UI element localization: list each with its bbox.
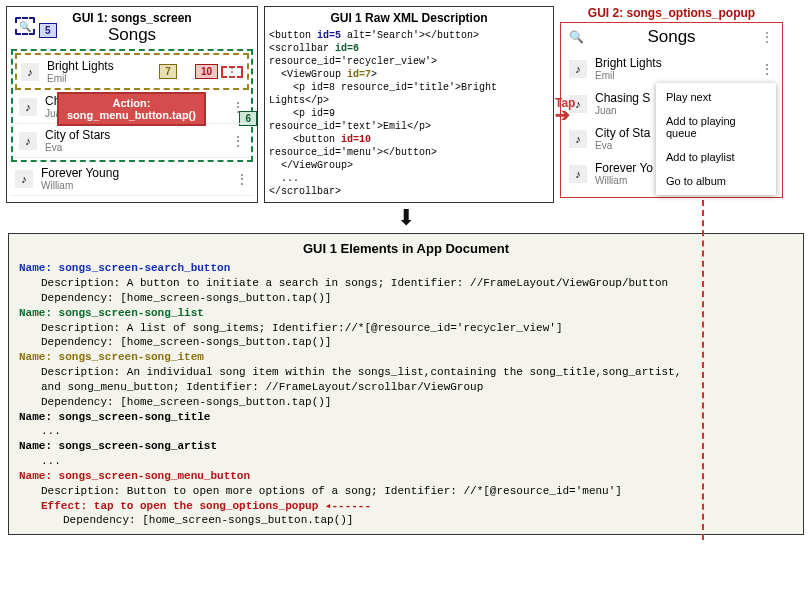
search-icon[interactable]: 🔍	[569, 30, 584, 44]
element-dep: Dependency: [home_screen-songs_button.ta…	[19, 395, 793, 410]
tap-arrow: Tap➔	[555, 96, 575, 124]
music-note-icon: ♪	[19, 98, 37, 116]
element-desc2: and song_menu_button; Identifier: //Fram…	[19, 380, 793, 395]
gui1-panel: GUI 1: songs_screen Songs 🔍 5 6 ♪ Bright…	[6, 6, 258, 203]
element-dep: Dependency: [home_screen-songs_button.ta…	[19, 513, 793, 528]
element-name: Name: songs_screen-song_artist	[19, 439, 793, 454]
music-note-icon: ♪	[569, 130, 587, 148]
popup-item[interactable]: Add to playlist	[656, 145, 776, 169]
options-popup: Play next Add to playing queue Add to pl…	[656, 83, 776, 195]
music-note-icon: ♪	[21, 63, 39, 81]
music-note-icon: ♪	[569, 60, 587, 78]
gui2-wrap: GUI 2: songs_options_popup 🔍 Songs ⋮ ♪ B…	[560, 6, 783, 203]
song-artist: William	[41, 180, 235, 191]
xml-panel: GUI 1 Raw XML Description <button id=5 a…	[264, 6, 554, 203]
overflow-menu-icon[interactable]: ⋮	[760, 34, 774, 40]
element-name: Name: songs_screen-song_item	[19, 350, 793, 365]
song-menu-button[interactable]: ⋮	[221, 66, 243, 78]
xml-title: GUI 1 Raw XML Description	[269, 11, 549, 27]
element-dep: Dependency: [home_screen-songs_button.ta…	[19, 291, 793, 306]
song-item[interactable]: ♪ City of Stars Eva ⋮	[15, 124, 249, 158]
song-item[interactable]: ♪ Forever Young William ⋮	[11, 162, 253, 196]
element-name: Name: songs_screen-song_menu_button	[19, 469, 793, 484]
badge-10: 10	[195, 64, 218, 79]
element-desc: Description: An individual song item wit…	[19, 365, 793, 380]
song-item[interactable]: ♪ Bright LightsEmil ⋮	[565, 51, 778, 86]
gui2-subtitle: Songs	[647, 27, 695, 47]
connector-line	[702, 200, 704, 540]
song-artist: Eva	[45, 142, 231, 153]
dots: ...	[19, 454, 793, 469]
music-note-icon: ♪	[15, 170, 33, 188]
song-artist: Emil	[47, 73, 159, 84]
element-desc: Description: A list of song_items; Ident…	[19, 321, 793, 336]
element-desc: Description: A button to initiate a sear…	[19, 276, 793, 291]
element-desc: Description: Button to open more options…	[19, 484, 793, 499]
down-arrow-icon: ⬇	[0, 205, 812, 231]
dots: ...	[19, 424, 793, 439]
song-menu-button[interactable]: ⋮	[235, 176, 249, 182]
action-label: Action: song_menu_button.tap()	[57, 92, 206, 126]
music-note-icon: ♪	[19, 132, 37, 150]
badge-7: 7	[159, 64, 177, 79]
doc-title: GUI 1 Elements in App Document	[19, 240, 793, 258]
music-note-icon: ♪	[569, 165, 587, 183]
song-item[interactable]: ♪ Bright Lights Emil 7 10 ⋮	[15, 53, 249, 90]
element-dep: Dependency: [home_screen-songs_button.ta…	[19, 335, 793, 350]
song-menu-button[interactable]: ⋮	[231, 104, 245, 110]
popup-item[interactable]: Play next	[656, 85, 776, 109]
badge-5: 5	[39, 23, 57, 38]
element-name: Name: songs_screen-song_list	[19, 306, 793, 321]
song-title: Bright Lights	[47, 59, 159, 73]
search-icon[interactable]: 🔍	[15, 17, 35, 35]
element-effect: Effect: tap to open the song_options_pop…	[19, 499, 793, 514]
popup-item[interactable]: Add to playing queue	[656, 109, 776, 145]
element-name: Name: songs_screen-song_title	[19, 410, 793, 425]
song-title: Forever Young	[41, 166, 235, 180]
gui2-label: GUI 2: songs_options_popup	[588, 6, 755, 20]
song-menu-button[interactable]: ⋮	[760, 66, 774, 72]
song-title: City of Stars	[45, 128, 231, 142]
song-menu-button[interactable]: ⋮	[231, 138, 245, 144]
doc-panel: GUI 1 Elements in App Document Name: son…	[8, 233, 804, 536]
popup-item[interactable]: Go to album	[656, 169, 776, 193]
element-name: Name: songs_screen-search_button	[19, 261, 793, 276]
gui2-panel: 🔍 Songs ⋮ ♪ Bright LightsEmil ⋮ ♪ Chasin…	[560, 22, 783, 198]
gui1-header: GUI 1: songs_screen Songs 🔍 5	[11, 11, 253, 45]
